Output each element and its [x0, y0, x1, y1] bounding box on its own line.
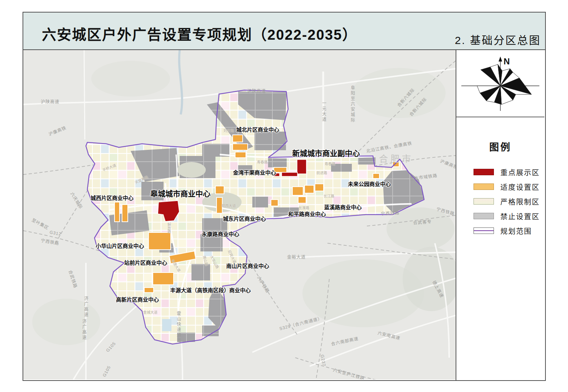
river — [179, 50, 182, 114]
side-panel: N 图例 重点展示区 适度设置区 严格限制区 禁止设置区 — [456, 50, 544, 380]
boundary-swatch — [474, 227, 494, 234]
legend: 图例 重点展示区 适度设置区 严格限制区 禁止设置区 — [456, 118, 544, 380]
legend-item-strict: 严格限制区 — [474, 198, 544, 205]
legend-item-label: 严格限制区 — [500, 196, 540, 207]
key-display-swatch — [474, 169, 494, 175]
north-label: N — [504, 57, 510, 67]
section-title: 2. 基础分区总图 — [455, 31, 541, 47]
plan-sheet: 六安城区户外广告设置专项规划（2022-2035） 2. 基础分区总图 — [0, 0, 568, 392]
legend-item-boundary: 规划范围 — [474, 227, 544, 234]
legend-item-prohibited: 禁止设置区 — [474, 212, 544, 220]
page-title: 六安城区户外广告设置专项规划（2022-2035） — [42, 23, 357, 44]
prohibited-swatch — [474, 213, 494, 219]
legend-item-label: 适度设置区 — [500, 182, 540, 192]
basemap-svg — [23, 50, 456, 379]
compass-rose — [456, 50, 544, 117]
legend-item-label: 重点展示区 — [500, 167, 540, 177]
title-band: 六安城区户外广告设置专项规划（2022-2035） 2. 基础分区总图 — [23, 13, 545, 50]
legend-item-label: 规划范围 — [500, 226, 532, 236]
map-canvas: 沪陕高速沪陕高速沪康高铁沪康高铁六庆城际至叶集区G312宁西铁路合武铁路济广高速… — [23, 50, 456, 379]
strict-swatch — [474, 198, 494, 205]
sheet-frame: 六安城区户外广告设置专项规划（2022-2035） 2. 基础分区总图 — [23, 12, 546, 381]
moderate-swatch — [474, 183, 494, 190]
compass-box: N — [456, 50, 544, 117]
legend-item-moderate: 适度设置区 — [474, 183, 544, 190]
legend-item-label: 禁止设置区 — [500, 211, 540, 221]
legend-title: 图例 — [456, 139, 544, 153]
legend-item-key: 重点展示区 — [474, 168, 544, 176]
